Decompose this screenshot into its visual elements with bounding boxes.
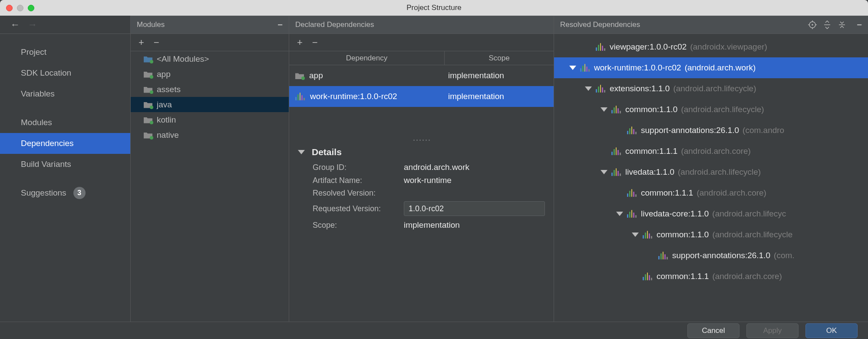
- scope-value: implementation: [404, 220, 460, 230]
- group-id-label: Group ID:: [313, 163, 404, 172]
- cancel-button[interactable]: Cancel: [687, 323, 739, 338]
- requested-version-input[interactable]: [404, 201, 545, 216]
- close-window-icon[interactable]: [6, 5, 13, 11]
- resolved-name: extensions:1.1.0: [610, 84, 670, 93]
- modules-header-label: Modules: [137, 20, 273, 29]
- resolved-node[interactable]: extensions:1.1.0(android.arch.lifecycle): [554, 78, 868, 99]
- library-icon: [658, 252, 668, 259]
- dependency-name: work-runtime:1.0.0-rc02: [310, 92, 397, 101]
- resolved-package: (android.arch.core): [696, 188, 766, 198]
- declared-header: Declared Dependencies: [289, 16, 554, 34]
- artifact-name-value: work-runtime: [404, 176, 452, 185]
- resolved-node[interactable]: common:1.1.1(android.arch.core): [554, 266, 868, 287]
- nav-item-dependencies[interactable]: Dependencies: [0, 133, 130, 154]
- folder-icon: [144, 71, 152, 78]
- titlebar: Project Structure: [0, 0, 868, 16]
- add-module-button[interactable]: +: [139, 38, 144, 47]
- resolved-name: common:1.1.0: [625, 105, 677, 114]
- modules-header: Modules −: [131, 16, 289, 34]
- target-icon[interactable]: [808, 20, 817, 29]
- apply-button[interactable]: Apply: [746, 323, 799, 338]
- resolved-package: (android.arch.lifecycle: [712, 230, 792, 239]
- dependencies-table-header: Dependency Scope: [289, 51, 554, 65]
- resolved-node[interactable]: common:1.1.1(android.arch.core): [554, 141, 868, 162]
- nav-item-project[interactable]: Project: [0, 42, 130, 63]
- tree-twisty-icon: [585, 44, 591, 50]
- collapse-panel-icon[interactable]: −: [277, 20, 283, 29]
- suggestions-badge: 3: [73, 187, 86, 199]
- resolved-header-label: Resolved Dependencies: [560, 20, 808, 29]
- tree-twisty-icon[interactable]: [632, 232, 638, 238]
- details-disclosure-icon[interactable]: [298, 150, 305, 154]
- library-icon: [611, 147, 621, 155]
- resolved-node[interactable]: common:1.1.0(android.arch.lifecycle): [554, 99, 868, 120]
- nav-items: Project SDK Location Variables Modules D…: [0, 34, 130, 203]
- dependency-row-app[interactable]: app implementation: [289, 65, 554, 86]
- col-scope[interactable]: Scope: [445, 51, 554, 65]
- dependency-scope: implementation: [445, 92, 554, 101]
- module-java[interactable]: java: [131, 97, 289, 112]
- nav-label: SDK Location: [21, 68, 71, 78]
- remove-dependency-button[interactable]: −: [312, 38, 318, 47]
- tree-twisty-icon: [632, 273, 638, 279]
- module-all-modules[interactable]: <All Modules>: [131, 51, 289, 66]
- resolved-tree[interactable]: viewpager:1.0.0-rc02(androidx.viewpager)…: [554, 34, 868, 322]
- resolved-name: work-runtime:1.0.0-rc02: [594, 63, 681, 73]
- library-icon: [643, 273, 652, 280]
- module-assets[interactable]: assets: [131, 82, 289, 97]
- library-icon: [580, 64, 590, 72]
- nav-label: Modules: [21, 118, 52, 127]
- expand-all-icon[interactable]: [823, 20, 832, 29]
- nav-item-build-variants[interactable]: Build Variants: [0, 154, 130, 175]
- resolved-node[interactable]: livedata-core:1.1.0(android.arch.lifecyc: [554, 203, 868, 224]
- modules-toolbar: + −: [131, 34, 289, 51]
- modules-tree[interactable]: <All Modules> app assets java kotlin nat…: [131, 51, 289, 322]
- nav-item-sdk-location[interactable]: SDK Location: [0, 63, 130, 83]
- module-kotlin[interactable]: kotlin: [131, 112, 289, 127]
- col-dependency[interactable]: Dependency: [289, 51, 445, 65]
- module-label: app: [157, 70, 171, 79]
- resolved-node[interactable]: common:1.1.1(android.arch.core): [554, 183, 868, 203]
- collapse-all-icon[interactable]: [838, 20, 846, 29]
- scope-label: Scope:: [313, 221, 404, 230]
- resolved-node[interactable]: work-runtime:1.0.0-rc02(android.arch.wor…: [554, 57, 868, 78]
- add-dependency-button[interactable]: +: [297, 38, 303, 47]
- back-button[interactable]: ←: [10, 19, 20, 30]
- ok-button[interactable]: OK: [805, 323, 858, 338]
- dependency-row-work-runtime[interactable]: work-runtime:1.0.0-rc02 implementation: [289, 86, 554, 107]
- module-app[interactable]: app: [131, 66, 289, 82]
- resolved-node[interactable]: common:1.1.0(android.arch.lifecycle: [554, 224, 868, 245]
- module-native[interactable]: native: [131, 127, 289, 143]
- declared-toolbar: + −: [289, 34, 554, 51]
- resolved-name: support-annotations:26.1.0: [641, 126, 739, 135]
- nav-item-variables[interactable]: Variables: [0, 83, 130, 104]
- resolved-header: Resolved Dependencies −: [554, 16, 868, 34]
- tree-twisty-icon[interactable]: [585, 86, 591, 92]
- group-id-value: android.arch.work: [404, 163, 469, 172]
- tree-twisty-icon[interactable]: [601, 106, 607, 113]
- window-controls: [0, 5, 34, 11]
- dependencies-table[interactable]: app implementation work-runtime:1.0.0-rc…: [289, 65, 554, 107]
- remove-module-button[interactable]: −: [154, 38, 159, 47]
- resolved-package: (android.arch.lifecyc: [712, 209, 786, 219]
- nav-item-suggestions[interactable]: Suggestions 3: [0, 183, 130, 203]
- resolved-node[interactable]: livedata:1.1.0(android.arch.lifecycle): [554, 162, 868, 183]
- resolved-name: common:1.1.0: [657, 230, 709, 239]
- library-icon: [611, 106, 621, 113]
- tree-twisty-icon: [648, 253, 654, 259]
- resolved-node[interactable]: support-annotations:26.1.0(com.andro: [554, 120, 868, 141]
- tree-twisty-icon[interactable]: [617, 211, 623, 217]
- module-label: java: [157, 100, 172, 110]
- forward-button: →: [28, 19, 37, 30]
- collapse-panel-icon[interactable]: −: [857, 20, 862, 29]
- modules-panel: Modules − + − <All Modules> app assets j…: [130, 16, 289, 322]
- tree-twisty-icon[interactable]: [570, 65, 576, 71]
- maximize-window-icon[interactable]: [28, 5, 34, 11]
- tree-twisty-icon[interactable]: [601, 169, 607, 175]
- nav-item-modules[interactable]: Modules: [0, 112, 130, 133]
- library-icon: [596, 85, 605, 93]
- library-icon: [627, 210, 637, 218]
- split-resize-handle[interactable]: [289, 137, 554, 143]
- resolved-node[interactable]: viewpager:1.0.0-rc02(androidx.viewpager): [554, 37, 868, 57]
- resolved-node[interactable]: support-annotations:26.1.0(com.: [554, 245, 868, 266]
